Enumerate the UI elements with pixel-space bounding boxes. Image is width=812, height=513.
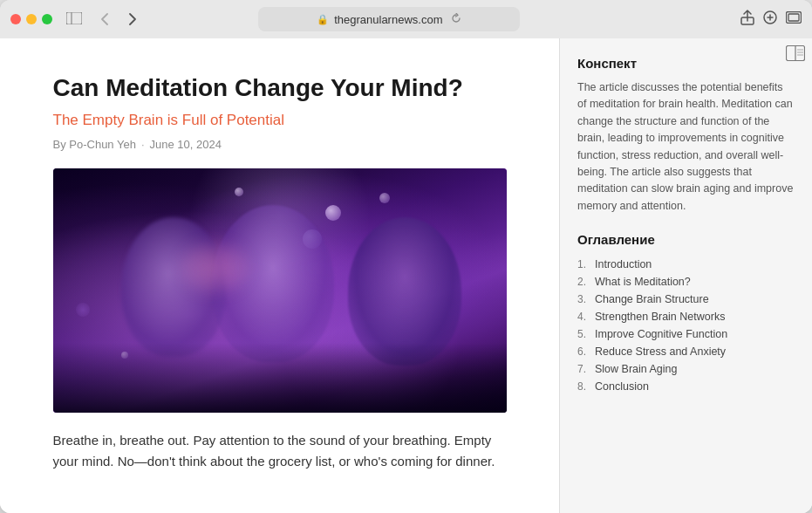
toc-number: 1.	[577, 258, 590, 270]
toc-number: 4.	[577, 311, 590, 323]
toc-number: 7.	[577, 363, 590, 375]
article-subtitle: The Empty Brain is Full of Potential	[53, 112, 507, 129]
toc-label: Reduce Stress and Anxiety	[595, 345, 726, 358]
nav-buttons	[92, 10, 145, 28]
toolbar-right	[740, 10, 802, 29]
toc-label: Introduction	[595, 258, 652, 270]
toc-item[interactable]: 5.Improve Cognitive Function	[577, 325, 795, 343]
toc-label: Improve Cognitive Function	[595, 328, 727, 340]
article-content: Can Meditation Change Your Mind? The Emp…	[18, 38, 542, 489]
article-hero-image	[53, 168, 507, 413]
toc-item[interactable]: 3.Change Brain Structure	[577, 291, 795, 308]
article-title: Can Meditation Change Your Mind?	[53, 73, 507, 103]
refresh-button[interactable]	[451, 13, 461, 26]
toc-item[interactable]: 8.Conclusion	[577, 378, 795, 395]
toc-item[interactable]: 6.Reduce Stress and Anxiety	[577, 343, 795, 360]
new-tab-icon[interactable]	[763, 10, 777, 28]
fullscreen-button[interactable]	[42, 14, 52, 24]
traffic-lights	[10, 14, 52, 24]
toc-item[interactable]: 7.Slow Brain Aging	[577, 360, 795, 378]
browser-frame: 🔒 thegranularnews.com	[0, 0, 812, 513]
toc-item[interactable]: 1.Introduction	[577, 256, 795, 273]
lock-icon: 🔒	[317, 14, 329, 25]
hero-artwork	[53, 168, 507, 413]
toc-label: Change Brain Structure	[595, 293, 709, 305]
toc-number: 2.	[577, 276, 590, 288]
toc-label: Slow Brain Aging	[595, 363, 678, 375]
sidebar-toggle-icon[interactable]	[66, 12, 82, 27]
article-body-text: Breathe in, breathe out. Pay attention t…	[53, 430, 507, 472]
toc-label: Conclusion	[595, 380, 649, 393]
toc-list: 1.Introduction2.What is Meditation?3.Cha…	[577, 256, 795, 395]
toc-number: 3.	[577, 293, 590, 305]
url-text: thegranularnews.com	[334, 13, 442, 26]
tabs-icon[interactable]	[786, 11, 802, 27]
article-meta: By Po-Chun Yeh · June 10, 2024	[53, 138, 507, 151]
article-body: Breathe in, breathe out. Pay attention t…	[53, 430, 507, 472]
title-bar: 🔒 thegranularnews.com	[0, 0, 812, 38]
article-area[interactable]: Can Meditation Change Your Mind? The Emp…	[0, 38, 559, 513]
minimize-button[interactable]	[26, 14, 37, 24]
summary-title: Конспект	[577, 56, 795, 71]
article-date: June 10, 2024	[150, 138, 222, 151]
reader-panel: Конспект The article discusses the poten…	[559, 38, 812, 513]
address-bar[interactable]: 🔒 thegranularnews.com	[258, 7, 520, 31]
toc-number: 8.	[577, 380, 590, 393]
close-button[interactable]	[10, 14, 21, 24]
toc-number: 5.	[577, 328, 590, 340]
reader-panel-toggle[interactable]	[786, 45, 805, 65]
toc-label: What is Meditation?	[595, 276, 691, 288]
forward-button[interactable]	[120, 10, 145, 28]
toc-item[interactable]: 2.What is Meditation?	[577, 273, 795, 291]
toc-item[interactable]: 4.Strengthen Brain Networks	[577, 308, 795, 325]
toc-label: Strengthen Brain Networks	[595, 311, 725, 323]
main-area: Can Meditation Change Your Mind? The Emp…	[0, 38, 812, 513]
share-icon[interactable]	[740, 10, 754, 29]
summary-text: The article discusses the potential bene…	[577, 79, 795, 215]
svg-rect-5	[788, 14, 799, 21]
toc-number: 6.	[577, 345, 590, 358]
meta-separator: ·	[141, 138, 145, 151]
back-button[interactable]	[92, 10, 117, 28]
svg-rect-0	[66, 12, 82, 24]
toc-title: Оглавление	[577, 232, 795, 247]
article-author: By Po-Chun Yeh	[53, 138, 136, 151]
